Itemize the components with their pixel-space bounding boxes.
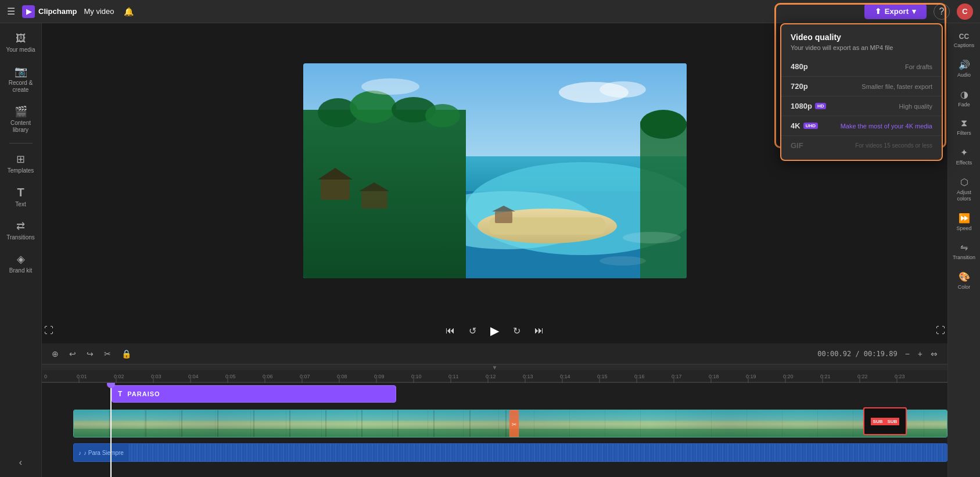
sidebar-item-captions[interactable]: CC Captions <box>950 28 979 53</box>
export-icon: ⬆ <box>875 7 881 16</box>
sidebar-item-text[interactable]: T Text <box>2 181 40 213</box>
sidebar-divider <box>9 143 33 144</box>
sidebar-item-brand-kit[interactable]: ◈ Brand kit <box>2 248 40 279</box>
sidebar-item-record-create[interactable]: 📷 Record &create <box>2 60 40 98</box>
video-thumbnails: ✂ <box>74 410 947 437</box>
export-1080p-label: 1080p HD <box>791 102 826 110</box>
video-preview[interactable] <box>303 63 687 278</box>
sidebar-item-your-media[interactable]: 🖼 Your media <box>2 28 40 58</box>
svg-text:0:13: 0:13 <box>523 374 533 379</box>
forward-5s-button[interactable]: ↻ <box>511 323 523 339</box>
export-option-480p[interactable]: 480p For drafts <box>781 57 942 77</box>
export-option-720p[interactable]: 720p Smaller file, faster export <box>781 77 942 96</box>
svg-point-9 <box>350 91 396 123</box>
svg-text:0:09: 0:09 <box>374 374 385 379</box>
export-dropdown-panel: Video quality Your video will export as … <box>780 23 943 161</box>
title-clip-icon: T <box>118 390 123 398</box>
export-quality-title: Video quality <box>791 33 932 42</box>
sidebar-item-content-library[interactable]: 🎬 Contentlibrary <box>2 101 40 138</box>
color-label: Color <box>958 284 971 290</box>
playhead[interactable] <box>110 383 112 477</box>
topbar: ☰ ▶ Clipchamp My video 🔔 ⬆ Export ▾ ? C <box>0 0 980 23</box>
video-cut-marker[interactable]: ✂ <box>509 410 519 437</box>
help-button[interactable]: ? <box>934 3 950 20</box>
export-label: Export <box>885 7 909 16</box>
app-name: Clipchamp <box>38 7 77 16</box>
speed-label: Speed <box>956 225 971 232</box>
effects-label: Effects <box>956 160 972 166</box>
audio-track-name: ♪ Para Siempre <box>84 450 124 456</box>
export-option-1080p[interactable]: 1080p HD High quality <box>781 96 942 116</box>
title-track-clip[interactable]: T PARAISO <box>112 385 396 403</box>
sidebar-collapse-button[interactable]: ‹ <box>15 453 27 472</box>
sidebar-item-speed[interactable]: ⏩ Speed <box>950 208 979 236</box>
transition-icon: ⇋ <box>960 242 968 253</box>
lock-button[interactable]: 🔒 <box>119 347 134 360</box>
title-track-row: T PARAISO <box>42 385 947 406</box>
transition-label: Transition <box>953 254 975 261</box>
skip-to-end-button[interactable]: ⏭ <box>532 323 546 338</box>
svg-text:0:16: 0:16 <box>634 374 645 379</box>
svg-text:0:10: 0:10 <box>411 374 422 379</box>
brand-kit-label: Brand kit <box>9 267 32 274</box>
zoom-out-button[interactable]: − <box>902 347 913 360</box>
timeline-area: ⊕ ↩ ↪ ✂ 🔒 00:00.92 / 00:19.89 − + ⇔ ▼ <box>42 343 947 477</box>
audio-icon: 🔊 <box>959 59 970 70</box>
bell-icon[interactable]: 🔔 <box>124 7 134 16</box>
svg-text:0:01: 0:01 <box>77 374 87 379</box>
audio-label: Audio <box>957 72 971 78</box>
adjust-colors-label: Adjustcolors <box>957 189 971 202</box>
video-title[interactable]: My video <box>84 7 114 16</box>
export-480p-desc: For drafts <box>905 63 932 70</box>
your-media-label: Your media <box>6 46 35 53</box>
svg-point-11 <box>425 104 460 127</box>
sidebar-item-transition[interactable]: ⇋ Transition <box>950 237 979 266</box>
export-720p-desc: Smaller file, faster export <box>861 83 932 90</box>
avatar[interactable]: C <box>957 3 973 20</box>
svg-point-21 <box>600 81 646 98</box>
export-option-gif[interactable]: GIF For videos 15 seconds or less <box>781 136 942 155</box>
zoom-in-button[interactable]: + <box>915 347 925 360</box>
timeline-collapse-bar[interactable]: ▼ <box>42 364 947 370</box>
export-720p-label: 720p <box>791 82 808 91</box>
export-option-4k[interactable]: 4K UHD Make the most of your 4K media <box>781 116 942 136</box>
cut-button[interactable]: ✂ <box>101 347 114 360</box>
audio-track-clip[interactable]: ♪ ♪ Para Siempre <box>73 443 947 462</box>
export-button[interactable]: ⬆ Export ▾ <box>864 3 927 19</box>
sidebar-item-transitions[interactable]: ⇄ Transitions <box>2 215 40 246</box>
sidebar-item-effects[interactable]: ✦ Effects <box>950 142 979 171</box>
svg-text:0:15: 0:15 <box>597 374 608 379</box>
audio-track-label: ♪ ♪ Para Siempre <box>74 450 128 456</box>
app-logo: ▶ Clipchamp <box>22 5 77 18</box>
uhd-badge: UHD <box>803 123 818 129</box>
svg-text:0:02: 0:02 <box>114 374 124 379</box>
sidebar-item-adjust-colors[interactable]: ⬡ Adjustcolors <box>950 172 979 207</box>
magnet-tool-button[interactable]: ⊕ <box>49 347 62 360</box>
svg-text:0:08: 0:08 <box>337 374 347 379</box>
title-clip-label: PARAISO <box>127 390 160 397</box>
pip-button[interactable]: ⛶ <box>42 323 56 338</box>
right-sidebar: CC Captions 🔊 Audio ◑ Fade ⧗ Filters ✦ E… <box>947 23 980 477</box>
video-track-row: SUB SUB <box>42 410 947 441</box>
menu-icon[interactable]: ☰ <box>7 6 15 17</box>
play-pause-button[interactable]: ▶ <box>488 321 501 340</box>
sidebar-item-audio[interactable]: 🔊 Audio <box>950 55 979 83</box>
effects-icon: ✦ <box>960 147 968 158</box>
redo-button[interactable]: ↪ <box>84 347 96 360</box>
color-icon: 🎨 <box>959 271 970 282</box>
fit-to-window-button[interactable]: ⇔ <box>928 347 940 360</box>
sidebar-item-filters[interactable]: ⧗ Filters <box>950 113 979 141</box>
svg-text:0:17: 0:17 <box>672 374 682 379</box>
svg-text:0:06: 0:06 <box>263 374 273 379</box>
undo-button[interactable]: ↩ <box>66 347 79 360</box>
rewind-to-start-button[interactable]: ⏮ <box>443 323 457 338</box>
sidebar-item-templates[interactable]: ⊞ Templates <box>2 148 40 179</box>
svg-rect-16 <box>495 211 512 223</box>
video-track-clip[interactable]: ✂ <box>73 410 947 437</box>
sidebar-item-fade[interactable]: ◑ Fade <box>950 84 979 113</box>
sidebar-item-color[interactable]: 🎨 Color <box>950 267 979 295</box>
svg-text:0:19: 0:19 <box>746 374 756 379</box>
svg-text:0:11: 0:11 <box>448 374 459 379</box>
fullscreen-button[interactable]: ⛶ <box>934 323 947 338</box>
rewind-5s-button[interactable]: ↺ <box>466 323 479 339</box>
